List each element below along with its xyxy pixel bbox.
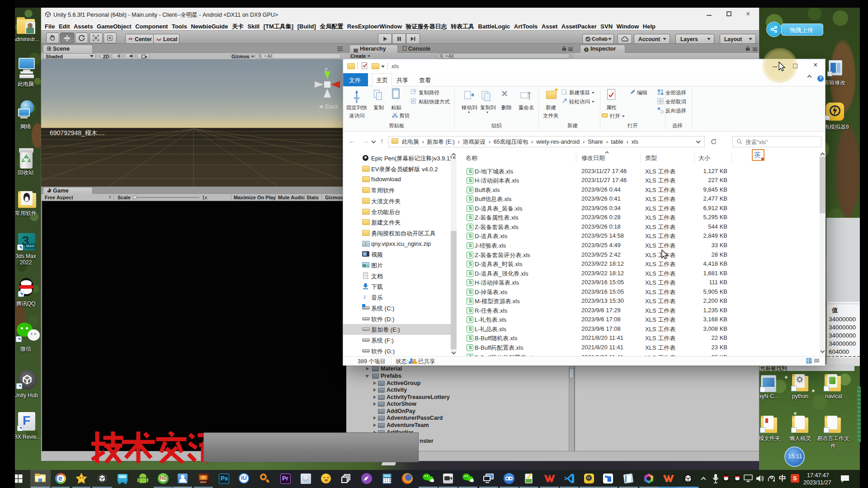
svg-text:y: y: [325, 66, 328, 71]
